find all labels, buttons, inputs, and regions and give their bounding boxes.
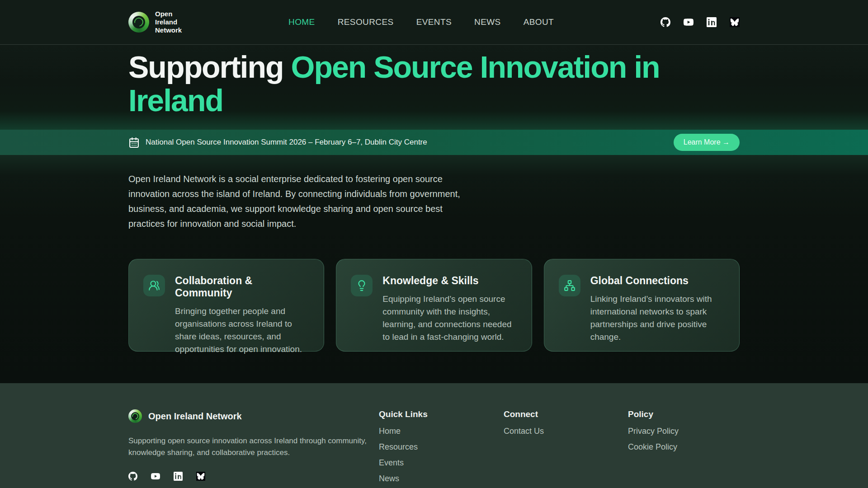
network-icon: [559, 275, 580, 296]
footer-policy-column: Policy Privacy Policy Cookie Policy: [628, 409, 740, 488]
announcement-banner: National Open Source Innovation Summit 2…: [0, 130, 868, 155]
footer-heading-policy: Policy: [628, 409, 740, 419]
footer-heading-connect: Connect: [504, 409, 628, 419]
nav-link-resources[interactable]: RESOURCES: [338, 17, 394, 27]
nav-link-events[interactable]: EVENTS: [416, 17, 452, 27]
card-body: Linking Ireland’s innovators with intern…: [590, 293, 726, 343]
brand-logo-icon: [128, 12, 149, 33]
linkedin-icon[interactable]: [707, 17, 717, 27]
users-icon: [143, 275, 165, 296]
footer-brand-name: Open Ireland Network: [148, 411, 242, 422]
footer-link-cookie-policy[interactable]: Cookie Policy: [628, 443, 740, 451]
main-section: Open Ireland Network is a social enterpr…: [0, 155, 868, 383]
hero-title-green-line1: Open Source Innovation in: [291, 50, 659, 84]
card-title: Collaboration & Community: [175, 275, 310, 299]
brand-name-line1: Open: [155, 10, 172, 18]
lightbulb-icon: [351, 275, 373, 296]
header-social-row: [660, 17, 740, 27]
footer-tagline: Supporting open source innovation across…: [128, 435, 377, 459]
calendar-icon: [128, 137, 140, 148]
hero-title: Supporting Open Source Innovation inIrel…: [128, 45, 740, 117]
footer-brand-column: Open Ireland Network Supporting open sou…: [128, 409, 379, 488]
youtube-icon[interactable]: [151, 472, 160, 481]
card-global-connections: Global Connections Linking Ireland’s inn…: [544, 259, 740, 352]
brand-name-line2: Ireland: [155, 18, 177, 26]
footer-heading-quick-links: Quick Links: [379, 409, 504, 419]
bluesky-icon[interactable]: [730, 17, 740, 27]
card-collaboration-community: Collaboration & Community Bringing toget…: [128, 259, 324, 352]
card-body: Equipping Ireland’s open source communit…: [382, 293, 518, 343]
footer-quick-links-column: Quick Links Home Resources Events News: [379, 409, 504, 488]
nav-link-about[interactable]: ABOUT: [524, 17, 554, 27]
site-header: Open Ireland Network HOME RESOURCES EVEN…: [0, 0, 868, 45]
card-knowledge-skills: Knowledge & Skills Equipping Ireland’s o…: [336, 259, 532, 352]
linkedin-icon[interactable]: [174, 472, 183, 481]
footer-link-home[interactable]: Home: [379, 427, 504, 436]
banner-text: National Open Source Innovation Summit 2…: [146, 138, 427, 147]
nav-link-home[interactable]: HOME: [288, 17, 315, 27]
card-title: Knowledge & Skills: [382, 275, 518, 287]
github-icon[interactable]: [660, 17, 670, 27]
footer-link-events[interactable]: Events: [379, 459, 504, 467]
card-title: Global Connections: [590, 275, 726, 287]
brand-name: Open Ireland Network: [155, 10, 182, 34]
brand-logo[interactable]: Open Ireland Network: [128, 10, 182, 34]
learn-more-button[interactable]: Learn More →: [674, 134, 740, 151]
site-footer: Open Ireland Network Supporting open sou…: [0, 383, 868, 488]
footer-connect-column: Connect Contact Us: [504, 409, 628, 488]
footer-link-privacy-policy[interactable]: Privacy Policy: [628, 427, 740, 436]
youtube-icon[interactable]: [684, 17, 693, 27]
hero-section: Supporting Open Source Innovation inIrel…: [0, 45, 868, 130]
footer-link-news[interactable]: News: [379, 474, 504, 483]
footer-link-resources[interactable]: Resources: [379, 443, 504, 451]
intro-paragraph: Open Ireland Network is a social enterpr…: [128, 155, 476, 231]
bluesky-icon[interactable]: [196, 472, 205, 481]
github-icon[interactable]: [128, 472, 137, 481]
feature-cards: Collaboration & Community Bringing toget…: [128, 259, 740, 352]
nav-link-news[interactable]: NEWS: [474, 17, 501, 27]
footer-link-contact-us[interactable]: Contact Us: [504, 427, 628, 436]
hero-title-green-line2: Ireland: [128, 83, 223, 117]
main-nav: HOME RESOURCES EVENTS NEWS ABOUT: [288, 17, 554, 27]
footer-social-row: [128, 472, 379, 481]
card-body: Bringing together people and organisatio…: [175, 305, 310, 356]
footer-brand-logo-icon: [128, 409, 142, 423]
hero-title-white: Supporting: [128, 50, 283, 84]
brand-name-line3: Network: [155, 26, 182, 34]
